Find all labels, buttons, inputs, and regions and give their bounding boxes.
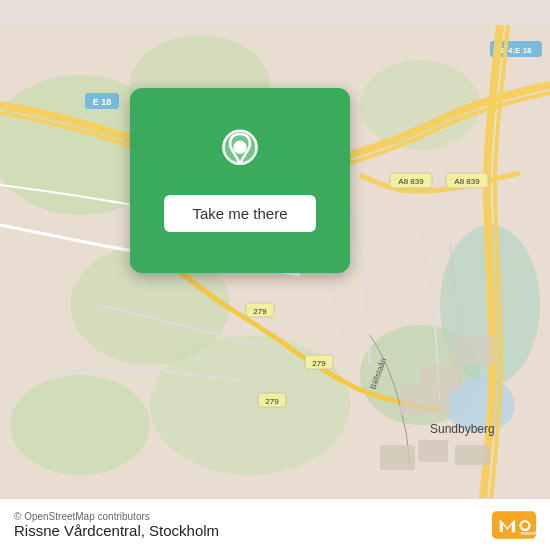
- location-pin-icon: [216, 129, 264, 177]
- location-info: © OpenStreetMap contributors Rissne Vård…: [14, 511, 219, 539]
- map-background: E 18 E 18 E 18 E 4;E 18 A8 839 A8 839 27…: [0, 0, 550, 550]
- svg-rect-32: [450, 335, 495, 365]
- svg-point-38: [233, 141, 246, 154]
- svg-text:Sundbyberg: Sundbyberg: [430, 422, 495, 436]
- svg-text:A8 839: A8 839: [398, 177, 424, 186]
- take-me-there-button[interactable]: Take me there: [164, 195, 315, 232]
- bottom-bar: © OpenStreetMap contributors Rissne Vård…: [0, 498, 550, 550]
- svg-rect-31: [420, 365, 460, 390]
- svg-text:279: 279: [265, 397, 279, 406]
- svg-text:moovit: moovit: [521, 531, 536, 536]
- svg-rect-33: [380, 445, 415, 470]
- svg-text:279: 279: [253, 307, 267, 316]
- location-name: Rissne Vårdcentral, Stockholm: [14, 522, 219, 539]
- svg-point-5: [10, 375, 150, 475]
- svg-text:E 18: E 18: [93, 97, 112, 107]
- moovit-logo: moovit: [492, 510, 536, 540]
- svg-rect-34: [418, 440, 448, 462]
- moovit-logo-icon: moovit: [492, 510, 536, 540]
- location-card: Take me there: [130, 88, 350, 273]
- svg-text:A8 839: A8 839: [454, 177, 480, 186]
- svg-point-41: [522, 522, 529, 529]
- svg-rect-35: [455, 445, 490, 465]
- map-container: E 18 E 18 E 18 E 4;E 18 A8 839 A8 839 27…: [0, 0, 550, 550]
- osm-credit: © OpenStreetMap contributors: [14, 511, 219, 522]
- svg-text:279: 279: [312, 359, 326, 368]
